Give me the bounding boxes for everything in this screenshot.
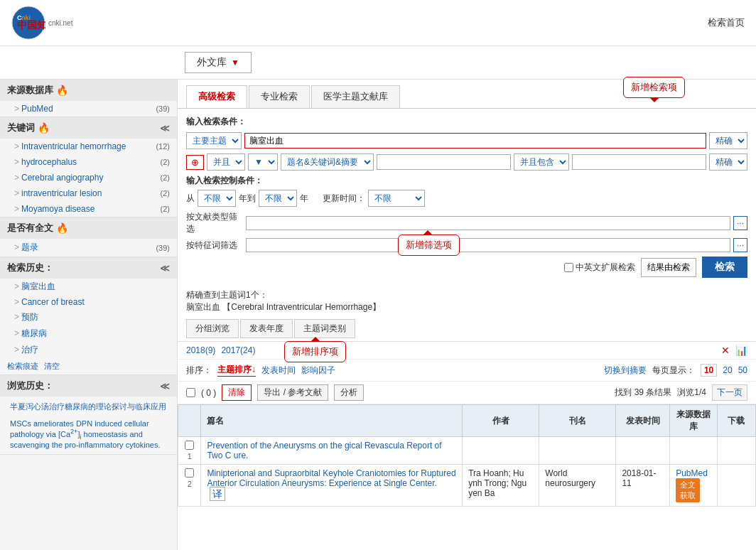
- per-page-10[interactable]: 10: [701, 364, 717, 377]
- sidebar-kw-3-label: intraventricular lesion: [21, 188, 102, 198]
- subject-match-link[interactable]: 脑室出血 【Cerebral Intraventricular Hemorrha…: [186, 302, 381, 312]
- result-tab-year[interactable]: 发表年度: [240, 319, 293, 338]
- btn-search[interactable]: 检索: [702, 257, 747, 278]
- sidebar-item-kw-3[interactable]: >intraventricular lesion (2): [0, 185, 177, 201]
- db-selector-button[interactable]: 外文库 ▼: [185, 52, 252, 73]
- next-page-btn[interactable]: 下一页: [712, 384, 747, 401]
- sidebar-item-kw-0[interactable]: >Intraventricular hemorrhage (12): [0, 139, 177, 154]
- collapse-icon-browse[interactable]: ≪: [160, 381, 170, 392]
- per-page-20[interactable]: 20: [723, 365, 732, 375]
- filter-doctype-row: 按文献类型筛选 ···: [186, 211, 747, 235]
- row1-select[interactable]: [185, 441, 194, 450]
- sidebar-kw-4-count: (2): [161, 205, 170, 213]
- collapse-icon-keywords[interactable]: ≪: [160, 123, 170, 134]
- col-title: 篇名: [201, 405, 463, 437]
- db-selector-bar: 外文库 ▼: [0, 46, 756, 80]
- field1-select[interactable]: 主要主题: [186, 132, 242, 149]
- to-year-select[interactable]: 不限: [259, 190, 297, 207]
- year-chip-2017[interactable]: 2017(24): [221, 345, 255, 355]
- operator-arrow-select[interactable]: ▼: [248, 153, 278, 171]
- sort-impact-btn[interactable]: 影响因子: [301, 365, 335, 377]
- search-condition-label: 输入检索条件：: [186, 116, 747, 128]
- field1-input[interactable]: [244, 133, 706, 149]
- sidebar-history-clear-link[interactable]: 清空: [44, 361, 60, 372]
- col-checkbox: [178, 405, 201, 437]
- subject-match-prefix: 精确查到主题词1个：: [186, 290, 268, 300]
- row1-title-link[interactable]: Prevention of the Aneurysms on the gical…: [207, 441, 441, 460]
- result-count: 找到 39 条结果: [615, 387, 671, 399]
- btn-result-check[interactable]: 结果由检索: [641, 258, 696, 277]
- sidebar-item-kw-4[interactable]: >Moyamoya disease (2): [0, 201, 177, 217]
- row2-select[interactable]: [185, 468, 194, 478]
- filter-char-more-btn[interactable]: ···: [733, 238, 747, 252]
- field1-precision-select[interactable]: 精确: [709, 132, 747, 149]
- filter-doctype-input[interactable]: [246, 216, 730, 230]
- tab-advanced-search[interactable]: 高级检索: [186, 85, 247, 108]
- sidebar-history-item-1[interactable]: >Cancer of breast: [0, 295, 177, 309]
- collapse-icon-history[interactable]: ≪: [160, 263, 170, 274]
- year-chips: 2018(9) 2017(24): [186, 345, 255, 355]
- switch-summary-btn[interactable]: 切换到摘要: [604, 365, 647, 377]
- filter-doctype-more-btn[interactable]: ···: [733, 216, 747, 230]
- update-select[interactable]: 不限: [368, 190, 425, 207]
- sidebar-history-item-2[interactable]: >预防: [0, 309, 177, 325]
- search-control-label: 输入检索控制条件：: [186, 175, 747, 187]
- sidebar-section-fulltext: 是否有全文 🔥 >题录 (39): [0, 217, 177, 257]
- checkbox-expand-label[interactable]: 中英文扩展检索: [564, 261, 635, 274]
- result-tab-subject[interactable]: 主题词类别: [294, 319, 355, 338]
- col-download: 下载: [717, 405, 755, 437]
- row2-num: 2: [184, 480, 195, 488]
- field2-precision-select[interactable]: 精确: [709, 153, 747, 171]
- close-year-filter[interactable]: ✕: [721, 345, 730, 356]
- tab-medical-subject[interactable]: 医学主题文献库: [311, 85, 400, 108]
- sidebar-item-fulltext[interactable]: >题录 (39): [0, 239, 177, 257]
- field2-operator-select[interactable]: 并且包含: [514, 153, 569, 171]
- sidebar-browse-item-0[interactable]: 半夏泻心汤治疗糖尿病的理论探讨与临床应用: [7, 399, 170, 414]
- sidebar-history-item-4[interactable]: >治疗: [0, 342, 177, 358]
- sidebar-kw-0-label: Intraventricular hemorrhage: [21, 141, 126, 151]
- select-all-checkbox[interactable]: [186, 388, 195, 397]
- btn-clear[interactable]: 清除: [222, 384, 252, 401]
- row2-fulltext-btn[interactable]: 全文获取: [676, 478, 700, 502]
- row1-num: 1: [184, 452, 195, 460]
- sidebar-history-item-0[interactable]: >脑室出血: [0, 279, 177, 295]
- per-page-50[interactable]: 50: [738, 365, 747, 375]
- row2-translate-icon[interactable]: 译: [210, 487, 225, 501]
- row2-source: PubMed 全文获取: [670, 465, 718, 507]
- annotation-new-search-item: 新增检索项: [623, 77, 685, 98]
- sidebar-kw-2-label: Cerebral angiography: [21, 173, 103, 183]
- btn-export[interactable]: 导出 / 参考文献: [257, 384, 328, 401]
- search-time-row: 从 不限 年到 不限 年 更新时间： 不限: [186, 190, 747, 207]
- year-chip-2018[interactable]: 2018(9): [186, 345, 215, 355]
- header-nav-link[interactable]: 检索首页: [708, 16, 745, 29]
- row1-title-cell: Prevention of the Aneurysms on the gical…: [201, 437, 463, 465]
- sidebar-history-links: 检索痕迹 清空: [0, 358, 177, 374]
- annotation-container-filter: 新增筛选项: [398, 234, 460, 256]
- sidebar-item-kw-2[interactable]: >Cerebral angiography (2): [0, 170, 177, 185]
- sidebar-history-header: 检索历史： ≪: [0, 257, 177, 279]
- field2-input[interactable]: [377, 154, 511, 170]
- sidebar-item-pubmed[interactable]: >PubMed (39): [0, 101, 177, 117]
- row2-title-cell: Minipterional and Supraorbital Keyhole C…: [201, 465, 463, 507]
- logo-icon: C nki 中国知网: [11, 6, 45, 40]
- result-tabs-bar: 分组浏览 发表年度 主题词类别: [178, 316, 756, 342]
- field2-select[interactable]: 题名&关键词&摘要: [281, 153, 374, 171]
- btn-analyze[interactable]: 分析: [334, 384, 364, 401]
- sidebar-history-trace-link[interactable]: 检索痕迹: [7, 361, 38, 372]
- field2-value-input[interactable]: [572, 154, 706, 170]
- sidebar-keywords-label: 关键词: [7, 122, 35, 134]
- result-tab-browse[interactable]: 分组浏览: [186, 319, 239, 338]
- operator-select[interactable]: 并且: [207, 153, 245, 171]
- tab-professional-search[interactable]: 专业检索: [249, 85, 310, 108]
- btn-add-condition[interactable]: ⊕: [186, 155, 204, 170]
- from-year-select[interactable]: 不限: [198, 190, 236, 207]
- row2-title-link[interactable]: Minipterional and Supraorbital Keyhole C…: [207, 468, 455, 488]
- row1-source: [670, 437, 718, 465]
- sidebar-item-kw-1[interactable]: >hydrocephalus (2): [0, 154, 177, 170]
- sidebar-browse-item-1[interactable]: MSCs ameliorates DPN induced cellular pa…: [7, 417, 170, 451]
- sort-date-btn[interactable]: 发表时间: [261, 365, 296, 377]
- sort-subject-btn[interactable]: 主题排序↓: [217, 364, 256, 377]
- checkbox-expand[interactable]: [564, 263, 573, 272]
- sidebar-history-item-3[interactable]: >糖尿病: [0, 325, 177, 342]
- filter-char-input[interactable]: [246, 238, 730, 252]
